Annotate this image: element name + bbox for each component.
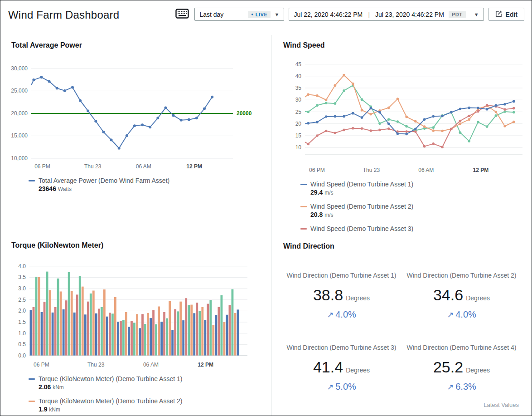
total-average-power-chart: 10,00015,00020,00025,00030,00006 PMThu 2…	[11, 54, 260, 173]
svg-text:06 AM: 06 AM	[136, 163, 151, 170]
legend-value: 29.4 m/s	[310, 188, 413, 197]
header: Wind Farm Dashboard Last day	[0, 0, 532, 32]
kpi-value: 25.2	[433, 358, 463, 376]
svg-text:20000: 20000	[237, 110, 252, 117]
wind-speed-chart: 101520253035404506 PMThu 2306 AM12 PM	[283, 54, 527, 176]
kpi-cell: Wind Direction (Demo Turbine Asset 2) 34…	[403, 271, 520, 320]
legend-value: 2.06 kNm	[39, 383, 182, 392]
legend: Torque (KiloNewton Meter) (Demo Turbine …	[29, 375, 271, 416]
series-swatch-icon	[29, 378, 35, 380]
kpi-trend: ↗6.3%	[403, 382, 520, 392]
kpi-unit: Degrees	[466, 367, 490, 374]
svg-text:2.5: 2.5	[18, 297, 26, 303]
legend-unit: Watts	[58, 186, 72, 192]
edit-button-label: Edit	[506, 11, 517, 18]
kpi-cell: Wind Direction (Demo Turbine Asset 3) 41…	[283, 343, 400, 392]
legend-item: Wind Speed (Demo Turbine Asset 1)29.4 m/…	[300, 180, 532, 197]
kpi-value: 38.8	[313, 286, 343, 303]
svg-text:10,000: 10,000	[11, 155, 28, 162]
panel-total-average-power: Total Average Power 10,00015,00020,00025…	[0, 32, 271, 232]
legend-value: 20.8 m/s	[310, 210, 413, 219]
series-swatch-icon	[300, 228, 307, 230]
date-range-picker[interactable]: Jul 22, 2020 4:46:22 PM | Jul 23, 2020 4…	[289, 8, 484, 21]
trend-up-icon: ↗	[447, 382, 454, 392]
svg-text:1.5: 1.5	[18, 319, 26, 325]
panel-wind-speed: Wind Speed 101520253035404506 PMThu 2306…	[271, 32, 532, 233]
svg-text:20: 20	[295, 121, 302, 127]
svg-text:40: 40	[295, 73, 302, 79]
legend-unit: m/s	[324, 212, 333, 218]
torque-chart: 0.00.51.01.52.02.53.03.54.006 PMThu 2306…	[11, 254, 260, 371]
svg-text:25,000: 25,000	[11, 88, 28, 94]
kpi-value: 41.4	[313, 358, 343, 376]
svg-text:3.5: 3.5	[18, 274, 26, 280]
kpi-unit: Degrees	[346, 367, 370, 374]
legend-unit: kNm	[49, 406, 60, 413]
svg-text:10: 10	[295, 144, 302, 151]
svg-text:30: 30	[295, 97, 302, 103]
svg-text:4.0: 4.0	[18, 263, 26, 269]
svg-text:35: 35	[295, 85, 302, 91]
legend-unit: m/s	[324, 190, 333, 196]
svg-text:06 AM: 06 AM	[143, 362, 159, 368]
svg-text:06 PM: 06 PM	[309, 167, 325, 173]
svg-text:30,000: 30,000	[11, 65, 28, 72]
date-range-end: Jul 23, 2020 4:46:22 PM	[375, 11, 444, 18]
series-swatch-icon	[300, 184, 307, 185]
series-swatch-icon	[300, 206, 307, 207]
edit-pencil-icon	[495, 10, 502, 19]
legend: Wind Speed (Demo Turbine Asset 1)29.4 m/…	[300, 180, 532, 233]
svg-text:06 AM: 06 AM	[418, 167, 434, 173]
legend-label: Wind Speed (Demo Turbine Asset 1)	[310, 180, 413, 188]
series-swatch-icon	[29, 180, 35, 181]
kpi-label: Wind Direction (Demo Turbine Asset 3)	[283, 343, 400, 352]
legend-item: Wind Speed (Demo Turbine Asset 3)	[300, 225, 532, 233]
live-badge: ●LIVE	[248, 11, 271, 18]
kpi-unit: Degrees	[346, 294, 370, 302]
legend-item: Wind Speed (Demo Turbine Asset 2)20.8 m/…	[300, 202, 532, 219]
legend-item: Torque (KiloNewton Meter) (Demo Turbine …	[29, 375, 271, 392]
svg-text:Thu 23: Thu 23	[84, 163, 102, 170]
keyboard-shortcuts-button[interactable]	[174, 8, 190, 21]
legend: Total Average Power (Demo Wind Farm Asse…	[29, 176, 271, 193]
latest-values-label: Latest Values	[484, 401, 519, 408]
svg-text:12 PM: 12 PM	[198, 362, 213, 368]
svg-text:2.0: 2.0	[18, 308, 26, 314]
panel-wind-direction: Wind Direction Wind Direction (Demo Turb…	[271, 233, 532, 416]
trend-up-icon: ↗	[327, 310, 334, 319]
kpi-trend: ↗4.0%	[283, 309, 400, 320]
kpi-label: Wind Direction (Demo Turbine Asset 4)	[403, 343, 520, 352]
kpi-value: 34.6	[433, 286, 463, 303]
panel-title: Total Average Power	[11, 41, 271, 52]
svg-text:3.0: 3.0	[18, 285, 26, 292]
panel-torque: Torque (KiloNewton Meter) 0.00.51.01.52.…	[0, 232, 271, 416]
panel-title: Wind Speed	[283, 41, 532, 52]
kpi-cell: Wind Direction (Demo Turbine Asset 1) 38…	[283, 271, 400, 320]
legend-item: Torque (KiloNewton Meter) (Demo Turbine …	[29, 397, 271, 414]
svg-text:0.0: 0.0	[18, 352, 26, 359]
legend-value: 1.9 kNm	[39, 405, 182, 414]
legend-label: Wind Speed (Demo Turbine Asset 3)	[310, 225, 413, 233]
panel-title: Wind Direction	[283, 242, 520, 253]
dashboard-grid: Total Average Power 10,00015,00020,00025…	[0, 32, 532, 416]
svg-text:Thu 23: Thu 23	[363, 167, 380, 173]
svg-text:45: 45	[295, 61, 302, 68]
live-dot-icon: ●	[251, 13, 253, 16]
kpi-label: Wind Direction (Demo Turbine Asset 1)	[283, 271, 400, 280]
legend-label: Total Average Power (Demo Wind Farm Asse…	[39, 176, 169, 185]
legend-unit: kNm	[53, 384, 64, 391]
time-range-select[interactable]: Last day ●LIVE ▼	[194, 8, 284, 21]
legend-value: 23646 Watts	[39, 185, 169, 193]
kpi-label: Wind Direction (Demo Turbine Asset 2)	[403, 271, 520, 280]
edit-button[interactable]: Edit	[488, 8, 524, 21]
svg-text:Thu 23: Thu 23	[87, 362, 105, 368]
svg-text:15,000: 15,000	[11, 132, 28, 139]
legend-label: Wind Speed (Demo Turbine Asset 2)	[310, 202, 413, 210]
trend-up-icon: ↗	[327, 382, 334, 392]
chevron-down-icon: ▼	[474, 12, 479, 17]
svg-text:06 PM: 06 PM	[34, 163, 50, 170]
legend-label: Torque (KiloNewton Meter) (Demo Turbine …	[39, 375, 182, 383]
svg-text:20,000: 20,000	[11, 110, 28, 117]
date-range-separator: |	[367, 10, 371, 18]
panel-title: Torque (KiloNewton Meter)	[11, 241, 271, 252]
